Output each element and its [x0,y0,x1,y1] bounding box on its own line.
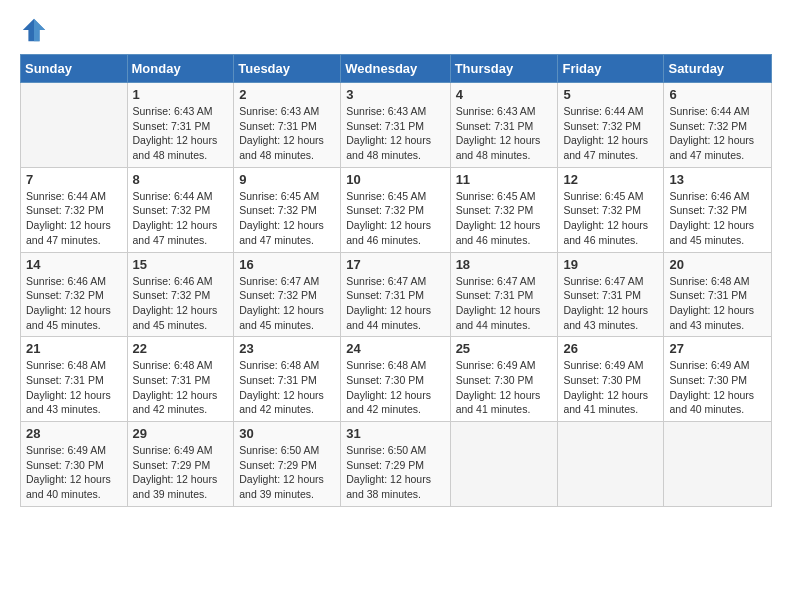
calendar-cell: 14Sunrise: 6:46 AMSunset: 7:32 PMDayligh… [21,252,128,337]
day-number: 7 [26,172,122,187]
calendar-cell: 18Sunrise: 6:47 AMSunset: 7:31 PMDayligh… [450,252,558,337]
day-detail: Sunrise: 6:47 AMSunset: 7:31 PMDaylight:… [346,274,444,333]
calendar-cell: 2Sunrise: 6:43 AMSunset: 7:31 PMDaylight… [234,83,341,168]
calendar-cell: 23Sunrise: 6:48 AMSunset: 7:31 PMDayligh… [234,337,341,422]
calendar-cell: 19Sunrise: 6:47 AMSunset: 7:31 PMDayligh… [558,252,664,337]
day-detail: Sunrise: 6:43 AMSunset: 7:31 PMDaylight:… [346,104,444,163]
day-number: 11 [456,172,553,187]
calendar-cell: 22Sunrise: 6:48 AMSunset: 7:31 PMDayligh… [127,337,234,422]
day-detail: Sunrise: 6:44 AMSunset: 7:32 PMDaylight:… [133,189,229,248]
day-detail: Sunrise: 6:46 AMSunset: 7:32 PMDaylight:… [26,274,122,333]
calendar-cell: 13Sunrise: 6:46 AMSunset: 7:32 PMDayligh… [664,167,772,252]
calendar-cell: 31Sunrise: 6:50 AMSunset: 7:29 PMDayligh… [341,422,450,507]
weekday-header-sunday: Sunday [21,55,128,83]
day-detail: Sunrise: 6:43 AMSunset: 7:31 PMDaylight:… [239,104,335,163]
week-row-2: 7Sunrise: 6:44 AMSunset: 7:32 PMDaylight… [21,167,772,252]
day-number: 3 [346,87,444,102]
weekday-header-friday: Friday [558,55,664,83]
day-number: 18 [456,257,553,272]
day-detail: Sunrise: 6:44 AMSunset: 7:32 PMDaylight:… [669,104,766,163]
day-detail: Sunrise: 6:44 AMSunset: 7:32 PMDaylight:… [26,189,122,248]
day-number: 13 [669,172,766,187]
calendar-cell [450,422,558,507]
calendar-table: SundayMondayTuesdayWednesdayThursdayFrid… [20,54,772,507]
calendar-cell [558,422,664,507]
calendar-cell [21,83,128,168]
day-detail: Sunrise: 6:48 AMSunset: 7:31 PMDaylight:… [669,274,766,333]
calendar-cell: 21Sunrise: 6:48 AMSunset: 7:31 PMDayligh… [21,337,128,422]
calendar-cell: 12Sunrise: 6:45 AMSunset: 7:32 PMDayligh… [558,167,664,252]
weekday-header-row: SundayMondayTuesdayWednesdayThursdayFrid… [21,55,772,83]
calendar-cell: 15Sunrise: 6:46 AMSunset: 7:32 PMDayligh… [127,252,234,337]
weekday-header-wednesday: Wednesday [341,55,450,83]
day-detail: Sunrise: 6:45 AMSunset: 7:32 PMDaylight:… [346,189,444,248]
day-number: 27 [669,341,766,356]
weekday-header-monday: Monday [127,55,234,83]
calendar-cell: 30Sunrise: 6:50 AMSunset: 7:29 PMDayligh… [234,422,341,507]
day-number: 2 [239,87,335,102]
page: SundayMondayTuesdayWednesdayThursdayFrid… [0,0,792,612]
day-detail: Sunrise: 6:45 AMSunset: 7:32 PMDaylight:… [456,189,553,248]
day-detail: Sunrise: 6:46 AMSunset: 7:32 PMDaylight:… [133,274,229,333]
day-number: 22 [133,341,229,356]
day-detail: Sunrise: 6:49 AMSunset: 7:30 PMDaylight:… [26,443,122,502]
day-detail: Sunrise: 6:49 AMSunset: 7:30 PMDaylight:… [456,358,553,417]
day-detail: Sunrise: 6:43 AMSunset: 7:31 PMDaylight:… [133,104,229,163]
day-number: 29 [133,426,229,441]
day-detail: Sunrise: 6:49 AMSunset: 7:30 PMDaylight:… [669,358,766,417]
day-number: 28 [26,426,122,441]
day-detail: Sunrise: 6:48 AMSunset: 7:30 PMDaylight:… [346,358,444,417]
calendar-cell [664,422,772,507]
calendar-cell: 3Sunrise: 6:43 AMSunset: 7:31 PMDaylight… [341,83,450,168]
day-detail: Sunrise: 6:47 AMSunset: 7:31 PMDaylight:… [456,274,553,333]
day-number: 14 [26,257,122,272]
day-number: 31 [346,426,444,441]
calendar-cell: 9Sunrise: 6:45 AMSunset: 7:32 PMDaylight… [234,167,341,252]
week-row-4: 21Sunrise: 6:48 AMSunset: 7:31 PMDayligh… [21,337,772,422]
day-number: 8 [133,172,229,187]
calendar-cell: 20Sunrise: 6:48 AMSunset: 7:31 PMDayligh… [664,252,772,337]
week-row-1: 1Sunrise: 6:43 AMSunset: 7:31 PMDaylight… [21,83,772,168]
logo-icon [20,16,48,44]
day-detail: Sunrise: 6:45 AMSunset: 7:32 PMDaylight:… [239,189,335,248]
calendar-cell: 7Sunrise: 6:44 AMSunset: 7:32 PMDaylight… [21,167,128,252]
calendar-cell: 16Sunrise: 6:47 AMSunset: 7:32 PMDayligh… [234,252,341,337]
day-number: 9 [239,172,335,187]
week-row-3: 14Sunrise: 6:46 AMSunset: 7:32 PMDayligh… [21,252,772,337]
day-number: 23 [239,341,335,356]
day-detail: Sunrise: 6:48 AMSunset: 7:31 PMDaylight:… [239,358,335,417]
day-detail: Sunrise: 6:43 AMSunset: 7:31 PMDaylight:… [456,104,553,163]
calendar-cell: 26Sunrise: 6:49 AMSunset: 7:30 PMDayligh… [558,337,664,422]
day-number: 30 [239,426,335,441]
day-detail: Sunrise: 6:47 AMSunset: 7:32 PMDaylight:… [239,274,335,333]
weekday-header-saturday: Saturday [664,55,772,83]
day-detail: Sunrise: 6:45 AMSunset: 7:32 PMDaylight:… [563,189,658,248]
calendar-cell: 27Sunrise: 6:49 AMSunset: 7:30 PMDayligh… [664,337,772,422]
day-number: 6 [669,87,766,102]
day-detail: Sunrise: 6:50 AMSunset: 7:29 PMDaylight:… [346,443,444,502]
day-detail: Sunrise: 6:49 AMSunset: 7:30 PMDaylight:… [563,358,658,417]
day-detail: Sunrise: 6:44 AMSunset: 7:32 PMDaylight:… [563,104,658,163]
day-number: 24 [346,341,444,356]
day-number: 15 [133,257,229,272]
calendar-cell: 24Sunrise: 6:48 AMSunset: 7:30 PMDayligh… [341,337,450,422]
calendar-cell: 4Sunrise: 6:43 AMSunset: 7:31 PMDaylight… [450,83,558,168]
day-number: 5 [563,87,658,102]
day-detail: Sunrise: 6:48 AMSunset: 7:31 PMDaylight:… [26,358,122,417]
week-row-5: 28Sunrise: 6:49 AMSunset: 7:30 PMDayligh… [21,422,772,507]
day-number: 20 [669,257,766,272]
day-number: 16 [239,257,335,272]
calendar-cell: 6Sunrise: 6:44 AMSunset: 7:32 PMDaylight… [664,83,772,168]
day-detail: Sunrise: 6:50 AMSunset: 7:29 PMDaylight:… [239,443,335,502]
day-number: 21 [26,341,122,356]
logo [20,16,52,44]
day-detail: Sunrise: 6:47 AMSunset: 7:31 PMDaylight:… [563,274,658,333]
calendar-cell: 29Sunrise: 6:49 AMSunset: 7:29 PMDayligh… [127,422,234,507]
day-detail: Sunrise: 6:48 AMSunset: 7:31 PMDaylight:… [133,358,229,417]
weekday-header-thursday: Thursday [450,55,558,83]
calendar-cell: 28Sunrise: 6:49 AMSunset: 7:30 PMDayligh… [21,422,128,507]
day-number: 19 [563,257,658,272]
calendar-cell: 25Sunrise: 6:49 AMSunset: 7:30 PMDayligh… [450,337,558,422]
day-detail: Sunrise: 6:49 AMSunset: 7:29 PMDaylight:… [133,443,229,502]
weekday-header-tuesday: Tuesday [234,55,341,83]
